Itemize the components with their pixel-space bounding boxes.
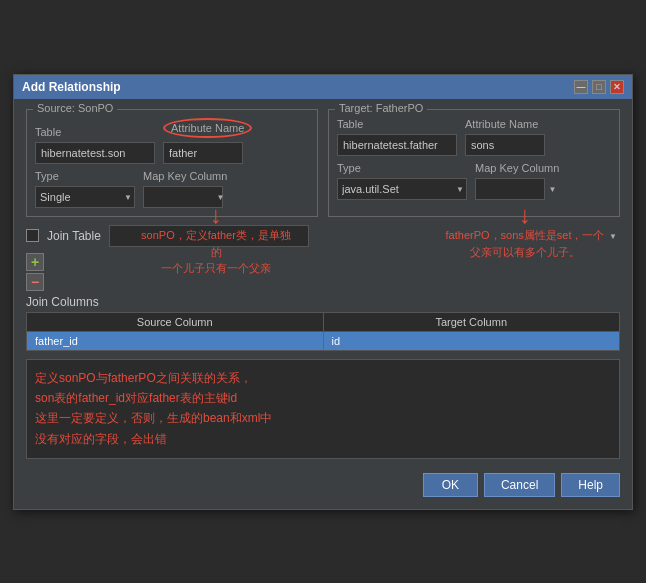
title-bar: Add Relationship — □ ✕ [14, 75, 632, 99]
button-row: OK Cancel Help [26, 467, 620, 499]
source-type-group: Type Single [35, 170, 135, 208]
target-type-row: Type java.util.Set Map Key Column [337, 162, 611, 200]
source-table-input[interactable] [35, 142, 155, 164]
join-table-checkbox[interactable] [26, 229, 39, 242]
arrow-down-1: ↓ [210, 203, 222, 227]
ok-button[interactable]: OK [423, 473, 478, 497]
source-type-select[interactable]: Single [35, 186, 135, 208]
maximize-button[interactable]: □ [592, 80, 606, 94]
add-relationship-dialog: Add Relationship — □ ✕ Source: SonPO Tab… [13, 74, 633, 510]
target-type-select[interactable]: java.util.Set [337, 178, 467, 200]
source-column-header: Source Column [27, 313, 324, 331]
source-attribute-group: Attribute Name [163, 118, 252, 164]
target-map-key-select-wrapper [475, 178, 559, 200]
source-type-select-wrapper: Single [35, 186, 135, 208]
target-attribute-label: Attribute Name [465, 118, 545, 130]
join-columns-area: Source Column Target Column father_id id [26, 312, 620, 351]
dialog-title: Add Relationship [22, 80, 121, 94]
annotation-son: ↓ sonPO，定义father类，是单独的一个儿子只有一个父亲 [136, 203, 296, 277]
source-attribute-input[interactable] [163, 142, 243, 164]
annotation-arrows-row: + − ↓ sonPO，定义father类，是单独的一个儿子只有一个父亲 ↓ f… [26, 253, 620, 291]
target-type-select-wrapper: java.util.Set [337, 178, 467, 200]
annotation-father-text: fatherPO，sons属性是set，一个父亲可以有多个儿子。 [446, 229, 605, 258]
source-attribute-label: Attribute Name [163, 118, 252, 138]
target-table-label: Table [337, 118, 457, 130]
annotation-son-text: sonPO，定义father类，是单独的一个儿子只有一个父亲 [141, 229, 291, 274]
bottom-annotation-text: 定义sonPO与fatherPO之间关联的关系， son表的father_id对… [35, 371, 272, 446]
help-button[interactable]: Help [561, 473, 620, 497]
source-attribute-oval: Attribute Name [163, 118, 252, 138]
minimize-button[interactable]: — [574, 80, 588, 94]
source-type-label: Type [35, 170, 135, 182]
target-table-input[interactable] [337, 134, 457, 156]
dialog-content: Source: SonPO Table Attribute Name [14, 99, 632, 509]
source-label: Source: SonPO [33, 102, 117, 114]
target-map-key-group: Map Key Column [475, 162, 559, 200]
annotation-overlay: ↓ sonPO，定义father类，是单独的一个儿子只有一个父亲 ↓ fathe… [56, 253, 620, 291]
target-type-label: Type [337, 162, 467, 174]
source-fields-row: Table Attribute Name [35, 118, 309, 164]
target-attribute-input[interactable] [465, 134, 545, 156]
title-bar-buttons: — □ ✕ [574, 80, 624, 94]
add-column-button[interactable]: + [26, 253, 44, 271]
source-section: Source: SonPO Table Attribute Name [26, 109, 318, 217]
close-button[interactable]: ✕ [610, 80, 624, 94]
join-data-row[interactable]: father_id id [27, 332, 619, 350]
target-section: Target: FatherPO Table Attribute Name [328, 109, 620, 217]
target-table-group: Table [337, 118, 457, 156]
source-table-group: Table [35, 126, 155, 164]
target-column-header: Target Column [324, 313, 620, 331]
source-table-label: Table [35, 126, 155, 138]
join-columns-label-row: Join Columns [26, 295, 620, 309]
join-source-cell: father_id [27, 332, 324, 350]
target-map-key-select[interactable] [475, 178, 545, 200]
target-type-group: Type java.util.Set [337, 162, 467, 200]
join-columns-header: Source Column Target Column [27, 313, 619, 332]
source-map-key-label: Map Key Column [143, 170, 227, 182]
annotation-father: ↓ fatherPO，sons属性是set，一个父亲可以有多个儿子。 [440, 203, 610, 261]
bottom-annotation: 定义sonPO与fatherPO之间关联的关系， son表的father_id对… [26, 359, 620, 459]
arrow-down-2: ↓ [519, 203, 531, 227]
target-attribute-group: Attribute Name [465, 118, 545, 156]
join-columns-label: Join Columns [26, 295, 99, 309]
cancel-button[interactable]: Cancel [484, 473, 555, 497]
target-fields-row: Table Attribute Name [337, 118, 611, 156]
join-table-label: Join Table [47, 229, 101, 243]
add-remove-buttons: + − [26, 253, 56, 291]
target-label: Target: FatherPO [335, 102, 427, 114]
remove-column-button[interactable]: − [26, 273, 44, 291]
target-map-key-label: Map Key Column [475, 162, 559, 174]
join-target-cell: id [324, 332, 620, 350]
